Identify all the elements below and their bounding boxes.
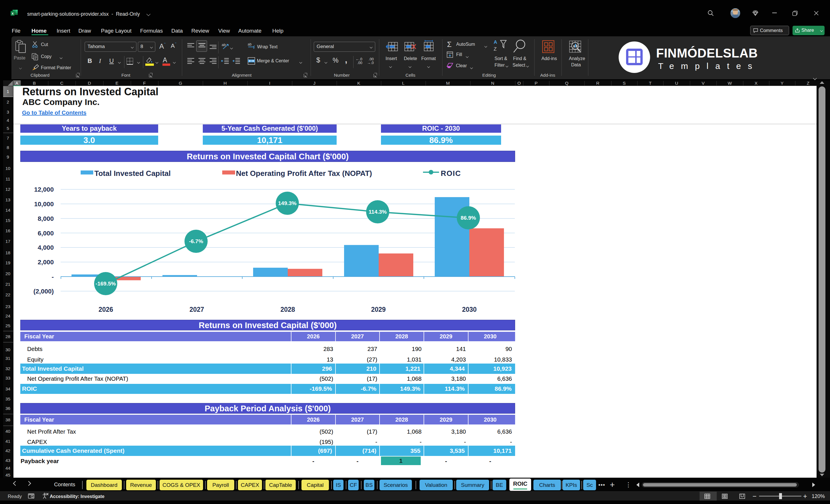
svg-text:A: A <box>493 39 497 45</box>
svg-text:ab: ab <box>248 42 252 46</box>
svg-text:ab: ab <box>222 43 226 47</box>
svg-text:Z: Z <box>493 46 497 52</box>
svg-text:x: x <box>12 11 14 15</box>
